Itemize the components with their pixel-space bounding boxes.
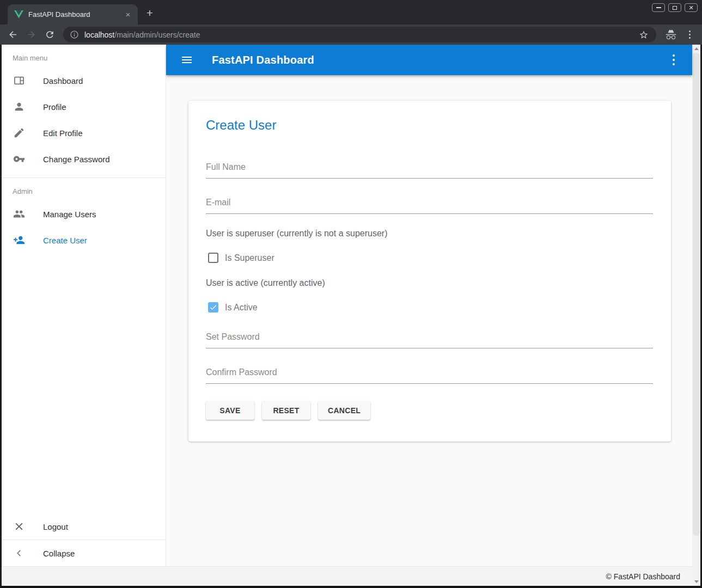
kebab-menu-icon	[682, 30, 697, 39]
down-triangle-icon	[694, 580, 699, 583]
sidebar-item-label: Profile	[43, 102, 66, 112]
close-window-icon: ✕	[688, 5, 693, 11]
chevron-left-icon	[13, 547, 26, 560]
window-controls: ✕	[652, 3, 698, 12]
star-icon	[639, 30, 649, 40]
up-triangle-icon	[694, 47, 699, 50]
sidebar-item-label: Create User	[43, 236, 87, 245]
sidebar-section-main-menu: Main menu	[2, 45, 166, 68]
main-area: FastAPI Dashboard Create User User is su…	[166, 45, 692, 566]
url-path: /main/admin/users/create	[114, 30, 200, 39]
reset-button[interactable]: RESET	[262, 401, 310, 420]
page-title: Create User	[206, 118, 653, 133]
back-button[interactable]	[4, 27, 21, 43]
is-active-checkbox-row[interactable]: Is Active	[208, 302, 653, 313]
tab-strip: FastAPI Dashboard × + ✕	[0, 0, 702, 24]
reload-icon	[45, 29, 55, 40]
tab-title: FastAPI Dashboard	[28, 10, 123, 19]
page-scrollbar[interactable]	[692, 45, 700, 586]
incognito-avatar[interactable]	[663, 27, 679, 43]
person-icon	[13, 100, 26, 113]
key-icon	[13, 152, 26, 166]
app-menu-button[interactable]	[664, 50, 683, 70]
pencil-icon	[13, 126, 26, 139]
dashboard-icon	[13, 74, 26, 87]
maximize-icon	[673, 6, 677, 10]
sidebar-item-logout[interactable]: Logout	[2, 513, 166, 540]
reload-button[interactable]	[41, 27, 58, 43]
confirm-password-input[interactable]	[206, 365, 653, 384]
sidebar-section-admin: Admin	[2, 178, 166, 201]
minimize-button[interactable]	[652, 3, 665, 12]
create-user-card: Create User User is superuser (currently…	[188, 101, 671, 442]
url-host: localhost	[84, 30, 114, 39]
browser-toolbar: localhost/main/admin/users/create	[0, 24, 702, 45]
sidebar-item-label: Edit Profile	[43, 128, 83, 138]
is-superuser-label: Is Superuser	[225, 253, 274, 263]
sidebar-item-collapse[interactable]: Collapse	[2, 540, 166, 566]
app-bar: FastAPI Dashboard	[166, 45, 692, 75]
sidebar-item-label: Change Password	[43, 155, 110, 164]
forward-button[interactable]	[23, 27, 39, 43]
checkmark-icon	[209, 303, 217, 311]
incognito-icon	[665, 29, 677, 41]
site-info-icon[interactable]	[70, 30, 79, 39]
sidebar-item-label: Dashboard	[43, 76, 83, 85]
cancel-button[interactable]: CANCEL	[318, 401, 370, 420]
scrollbar-track[interactable]	[692, 53, 700, 578]
url-text: localhost/main/admin/users/create	[84, 30, 634, 39]
sidebar-spacer	[2, 253, 166, 513]
close-icon	[13, 520, 26, 533]
scrollbar-thumb[interactable]	[693, 53, 700, 536]
scrollbar-down-arrow[interactable]	[692, 578, 700, 586]
superuser-hint: User is superuser (currently is not a su…	[206, 229, 653, 238]
email-input[interactable]	[206, 195, 653, 214]
set-password-input[interactable]	[206, 330, 653, 348]
sidebar-item-profile[interactable]: Profile	[2, 94, 166, 120]
group-icon	[13, 207, 26, 220]
new-tab-button[interactable]: +	[142, 6, 157, 21]
vue-logo-icon	[14, 10, 23, 19]
active-hint: User is active (currently active)	[206, 278, 653, 288]
page: Main menu Dashboard Profile	[0, 45, 702, 588]
hamburger-menu-button[interactable]	[177, 50, 197, 70]
hamburger-icon	[180, 53, 193, 66]
sidebar-item-create-user[interactable]: Create User	[2, 227, 166, 253]
is-active-label: Is Active	[225, 303, 258, 313]
sidebar-item-edit-profile[interactable]: Edit Profile	[2, 120, 166, 146]
bookmark-star-button[interactable]	[636, 27, 652, 43]
scrollbar-up-arrow[interactable]	[692, 45, 700, 53]
sidebar-item-label: Logout	[43, 522, 68, 531]
is-superuser-checkbox-row[interactable]: Is Superuser	[208, 253, 653, 263]
sidebar-item-dashboard[interactable]: Dashboard	[2, 68, 166, 94]
close-window-button[interactable]: ✕	[685, 3, 698, 12]
toolbar-right	[662, 27, 699, 43]
minimize-icon	[656, 7, 661, 8]
forward-arrow-icon	[26, 29, 36, 40]
maximize-button[interactable]	[668, 3, 681, 12]
copyright-text: © FastAPI Dashboard	[606, 572, 680, 581]
browser-tab[interactable]: FastAPI Dashboard ×	[8, 4, 138, 24]
app-title: FastAPI Dashboard	[212, 54, 314, 66]
sidebar-item-label: Manage Users	[43, 210, 96, 219]
form-buttons: SAVE RESET CANCEL	[206, 401, 653, 420]
page-footer: © FastAPI Dashboard	[2, 566, 692, 586]
sidebar-item-manage-users[interactable]: Manage Users	[2, 201, 166, 227]
address-bar[interactable]: localhost/main/admin/users/create	[63, 27, 656, 42]
sidebar-item-change-password[interactable]: Change Password	[2, 146, 166, 172]
sidebar: Main menu Dashboard Profile	[2, 45, 166, 566]
browser-window: FastAPI Dashboard × + ✕ localhost/main/a…	[0, 0, 702, 588]
back-arrow-icon	[8, 29, 18, 40]
full-name-input[interactable]	[206, 160, 653, 179]
tab-close-icon[interactable]: ×	[123, 9, 133, 20]
is-superuser-checkbox[interactable]	[208, 253, 218, 263]
kebab-menu-icon	[664, 54, 683, 65]
content-area: Create User User is superuser (currently…	[166, 75, 692, 566]
chrome-menu-button[interactable]	[681, 27, 698, 43]
is-active-checkbox[interactable]	[208, 302, 218, 313]
sidebar-item-label: Collapse	[43, 549, 75, 558]
person-add-icon	[13, 234, 26, 247]
save-button[interactable]: SAVE	[206, 401, 254, 420]
